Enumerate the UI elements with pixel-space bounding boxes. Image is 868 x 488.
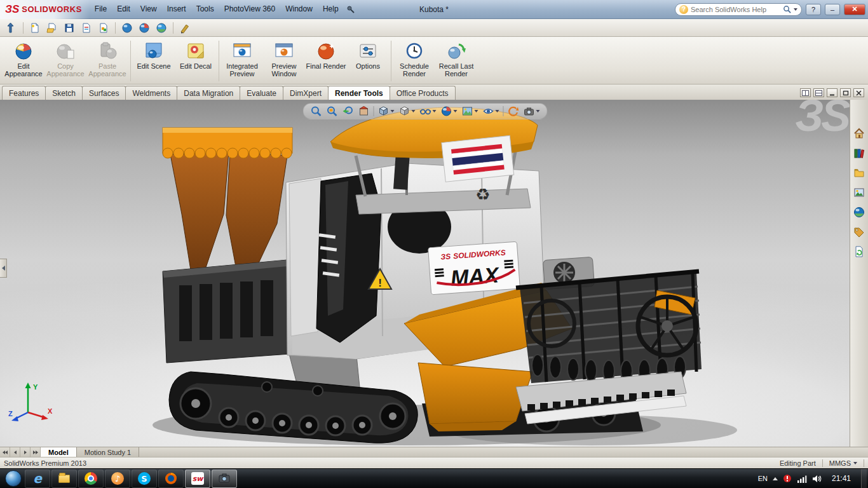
edit-scene-button[interactable]: Edit Scene [133, 38, 175, 84]
start-button[interactable] [3, 469, 24, 488]
language-indicator[interactable]: EN [758, 475, 768, 482]
menu-window[interactable]: Window [280, 0, 318, 18]
appearances-scenes-icon[interactable] [851, 205, 867, 219]
options-button[interactable]: Options [347, 38, 389, 84]
save-icon[interactable] [62, 20, 77, 36]
taskbar-media-player[interactable]: ♪ [105, 470, 130, 488]
file-explorer-icon[interactable] [851, 166, 867, 180]
tab-features[interactable]: Features [2, 86, 46, 100]
volume-icon[interactable] [812, 475, 822, 483]
tab-scroll-prev[interactable] [10, 447, 20, 457]
design-library-icon[interactable] [851, 146, 867, 160]
viewport-split-icon[interactable] [800, 88, 811, 97]
scene-sphere-icon[interactable] [154, 20, 169, 36]
tab-render-tools[interactable]: Render Tools [328, 86, 390, 100]
camera-button[interactable] [522, 105, 540, 118]
tab-scroll-last[interactable] [31, 447, 41, 457]
taskbar-chrome[interactable] [78, 470, 104, 488]
pen-icon[interactable] [177, 20, 193, 36]
move-pointer-icon[interactable] [4, 20, 19, 36]
flag-decal[interactable] [442, 135, 514, 182]
custom-properties-icon[interactable] [851, 225, 867, 239]
doc-minimize-button[interactable] [827, 88, 837, 97]
tab-office-products[interactable]: Office Products [390, 86, 456, 100]
network-icon[interactable] [797, 475, 807, 483]
view-palette-icon[interactable] [851, 186, 867, 200]
recycle-decal[interactable]: ♻ [475, 185, 490, 204]
taskbar-skype[interactable]: S [132, 470, 157, 488]
preview-window-button[interactable]: Preview Window [263, 38, 305, 84]
pin-icon[interactable] [346, 5, 355, 14]
integrated-preview-button[interactable]: Integrated Preview [221, 38, 263, 84]
graphics-area[interactable]: ♻ ЗSSOLIDWORKS [0, 100, 850, 447]
minimize-button[interactable]: – [825, 4, 840, 15]
menu-help[interactable]: Help [318, 0, 344, 18]
menu-view[interactable]: View [135, 0, 162, 18]
zoom-fit-button[interactable] [309, 105, 322, 118]
paste-appearance-button[interactable]: Paste Appearance [86, 38, 128, 84]
tab-dimxpert[interactable]: DimXpert [283, 86, 329, 100]
show-desktop-button[interactable] [861, 469, 867, 488]
zoom-area-button[interactable] [325, 105, 338, 118]
help-search[interactable]: ? [675, 3, 802, 16]
copy-appearance-button[interactable]: Copy Appearance [44, 38, 86, 84]
final-render-button[interactable]: Final Render [305, 38, 347, 84]
max-decal[interactable]: ЗSSOLIDWORKS MAX [428, 241, 520, 295]
view-orientation-button[interactable] [377, 105, 395, 118]
tab-weldments[interactable]: Weldments [125, 86, 177, 100]
hidden-icons-button[interactable] [773, 477, 778, 480]
section-view-button[interactable] [357, 105, 370, 118]
taskbar-solidworks[interactable]: sw [185, 470, 210, 488]
clock[interactable]: 21:41 [827, 474, 856, 483]
taskbar-internet-explorer[interactable]: e [25, 470, 50, 488]
tab-model[interactable]: Model [41, 447, 77, 457]
menu-tools[interactable]: Tools [191, 0, 219, 18]
tab-surfaces[interactable]: Surfaces [82, 86, 126, 100]
model-kubota-harvester[interactable]: ♻ ЗSSOLIDWORKS [0, 100, 850, 447]
apply-scene-button[interactable] [461, 105, 478, 118]
edit-decal-button[interactable]: Edit Decal [175, 38, 217, 84]
document-recovery-icon[interactable] [851, 245, 867, 259]
tab-motion-study[interactable]: Motion Study 1 [77, 447, 139, 457]
viewport-split-h-icon[interactable] [813, 88, 824, 97]
tab-scroll-next[interactable] [20, 447, 31, 457]
display-style-button[interactable] [398, 105, 416, 118]
tab-evaluate[interactable]: Evaluate [240, 86, 283, 100]
edit-appearance-button[interactable]: Edit Appearance [3, 38, 44, 84]
menu-file[interactable]: File [90, 0, 112, 18]
model-grain-hopper[interactable] [163, 128, 292, 273]
open-document-icon[interactable] [44, 20, 60, 36]
model-side-bin[interactable] [163, 260, 290, 363]
close-button[interactable]: ✕ [844, 4, 865, 15]
schedule-render-button[interactable]: Schedule Render [393, 38, 435, 84]
model-header-reel[interactable] [516, 271, 702, 383]
new-document-icon[interactable] [27, 20, 43, 36]
doc-restore-button[interactable] [840, 88, 851, 97]
rebuild-icon[interactable] [119, 20, 135, 36]
search-options-caret[interactable] [794, 8, 797, 11]
taskbar-windows-explorer[interactable] [51, 470, 77, 488]
tab-sketch[interactable]: Sketch [45, 86, 83, 100]
make-assembly-icon[interactable] [96, 20, 111, 36]
recall-last-render-button[interactable]: Recall Last Render [435, 38, 477, 84]
search-input[interactable] [691, 6, 780, 13]
hide-show-items-button[interactable] [419, 105, 437, 118]
help-button[interactable]: ? [806, 4, 821, 15]
edit-appearance-hud-button[interactable] [440, 105, 458, 118]
menu-edit[interactable]: Edit [112, 0, 135, 18]
action-center-icon[interactable] [783, 474, 792, 483]
view-settings-button[interactable] [482, 105, 499, 118]
appearance-sphere-icon[interactable] [137, 20, 152, 36]
previous-view-button[interactable] [341, 105, 354, 118]
doc-close-button[interactable] [853, 88, 864, 97]
featuremanager-collapse-handle[interactable] [0, 259, 7, 278]
units-selector[interactable]: MMGS [829, 459, 857, 467]
make-drawing-icon[interactable] [79, 20, 94, 36]
tab-data-migration[interactable]: Data Migration [177, 86, 240, 100]
taskbar-firefox[interactable] [158, 470, 184, 488]
menu-insert[interactable]: Insert [162, 0, 191, 18]
taskbar-snipping-tool[interactable] [212, 470, 237, 488]
menu-photoview[interactable]: PhotoView 360 [219, 0, 281, 18]
rotate-view-button[interactable] [506, 105, 519, 118]
tab-scroll-first[interactable] [0, 447, 10, 457]
